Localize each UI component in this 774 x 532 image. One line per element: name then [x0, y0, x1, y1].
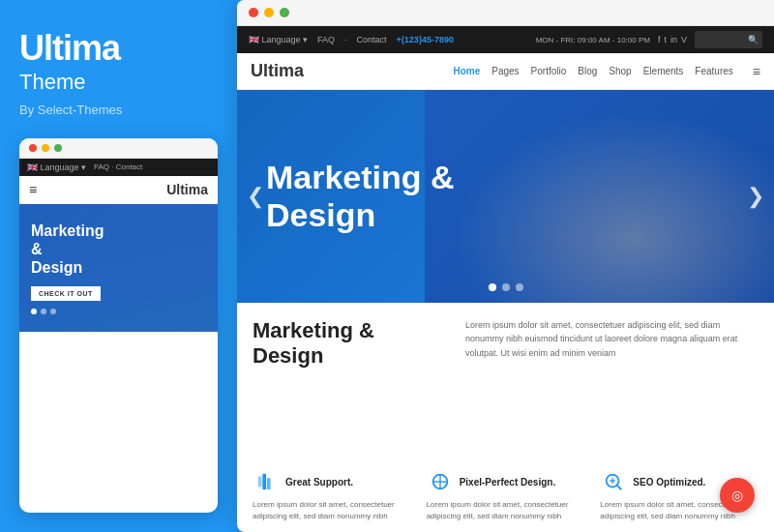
mobile-topbar: 🇬🇧 Language ▾ FAQ · Contact [19, 159, 218, 176]
brand-author: By Select-Themes [19, 103, 218, 117]
twitter-icon[interactable]: t [664, 35, 667, 44]
mobile-hero-dot-3[interactable] [50, 309, 56, 314]
nav-hamburger-icon[interactable]: ≡ [753, 64, 760, 79]
desktop-content: Marketing &Design Lorem ipsum dolor sit … [237, 303, 774, 468]
content-description: Lorem ipsum dolor sit amet, consectetuer… [465, 318, 759, 360]
feature-support-desc: Lorem ipsum dolor sit amet, consectetuer… [253, 499, 411, 522]
linkedin-icon[interactable]: in [670, 35, 677, 44]
mobile-hero: Marketing&Design CHECK IT OUT [19, 204, 218, 333]
feature-design: Pixel-Perfect Design. Lorem ipsum dolor … [427, 468, 585, 522]
topbar-separator: · [344, 35, 347, 44]
topbar-faq[interactable]: FAQ [317, 35, 335, 44]
desktop-hero: Marketing &Design ❮ ❯ [237, 90, 774, 303]
hero-bottom-dot-1[interactable] [489, 283, 496, 291]
topbar-right: MON - FRI: 09:00 AM - 10:00 PM f t in V … [536, 31, 762, 48]
nav-link-shop[interactable]: Shop [609, 66, 631, 76]
hero-bottom-dot-3[interactable] [516, 283, 523, 291]
hero-content: Marketing &Design [237, 159, 484, 234]
mobile-hero-title: Marketing&Design [31, 222, 206, 278]
mobile-dots-bar [19, 138, 218, 159]
mobile-nav: ≡ Ultima [19, 176, 218, 204]
mobile-hero-dot-1[interactable] [31, 309, 37, 314]
svg-rect-1 [262, 474, 266, 490]
mobile-hero-dots [31, 309, 206, 314]
hero-prev-arrow[interactable]: ❮ [247, 184, 264, 209]
nav-link-blog[interactable]: Blog [578, 66, 597, 76]
mobile-topbar-links: FAQ · Contact [94, 163, 142, 171]
topbar-search-box[interactable]: 🔍 [695, 31, 762, 48]
mobile-nav-logo: Ultima [166, 182, 208, 197]
feature-support: Great Support. Lorem ipsum dolor sit ame… [253, 468, 411, 522]
desktop-nav-links: Home Pages Portfolio Blog Shop Elements … [453, 64, 760, 79]
fab-button[interactable]: ◎ [720, 478, 755, 513]
topbar-hours: MON - FRI: 09:00 AM - 10:00 PM [536, 36, 650, 44]
svg-rect-2 [267, 478, 271, 489]
nav-link-features[interactable]: Features [695, 66, 732, 76]
desktop-topbar: 🇬🇧 Language ▾ FAQ · Contact +(123)45-789… [237, 26, 774, 53]
hero-title: Marketing &Design [266, 159, 455, 234]
desktop-nav: Ultima Home Pages Portfolio Blog Shop El… [237, 53, 774, 90]
mobile-dot-yellow [42, 144, 49, 152]
search-icon: 🔍 [748, 35, 759, 44]
mobile-preview-card: 🇬🇧 Language ▾ FAQ · Contact ≡ Ultima Mar… [19, 138, 218, 513]
nav-link-portfolio[interactable]: Portfolio [531, 66, 567, 76]
content-right: Lorem ipsum dolor sit amet, consectetuer… [465, 318, 759, 458]
fab-icon: ◎ [731, 488, 743, 503]
feature-seo-title: SEO Optimized. [633, 477, 705, 488]
hero-next-arrow[interactable]: ❯ [747, 184, 764, 209]
mobile-hamburger-icon[interactable]: ≡ [29, 182, 37, 197]
svg-rect-0 [258, 477, 262, 488]
seo-icon [600, 468, 627, 495]
mobile-dot-green [54, 144, 62, 152]
mobile-hero-dot-2[interactable] [41, 309, 46, 314]
feature-design-desc: Lorem ipsum dolor sit amet, consectetuer… [427, 499, 585, 522]
feature-design-header: Pixel-Perfect Design. [427, 468, 585, 495]
topbar-left: 🇬🇧 Language ▾ FAQ · Contact +(123)45-789… [249, 35, 454, 44]
nav-link-home[interactable]: Home [453, 66, 480, 76]
svg-line-7 [617, 486, 622, 490]
desktop-dot-red [249, 8, 258, 17]
mobile-dot-red [29, 144, 37, 152]
desktop-dot-yellow [264, 8, 274, 17]
design-icon [427, 468, 454, 495]
topbar-flag[interactable]: 🇬🇧 Language ▾ [249, 35, 308, 44]
brand-subtitle: Theme [19, 70, 218, 95]
mobile-topbar-flag: 🇬🇧 Language ▾ [27, 163, 86, 172]
support-icon [253, 468, 280, 495]
content-left: Marketing &Design [253, 318, 446, 458]
desktop-dots-bar [237, 0, 774, 26]
content-main-title: Marketing &Design [253, 318, 446, 369]
left-panel: Ultima Theme By Select-Themes 🇬🇧 Languag… [0, 0, 237, 532]
desktop-nav-logo[interactable]: Ultima [251, 61, 304, 81]
vine-icon[interactable]: V [681, 35, 687, 44]
feature-design-title: Pixel-Perfect Design. [460, 477, 555, 488]
topbar-contact[interactable]: Contact [357, 35, 387, 44]
hero-bottom-dots [489, 283, 523, 291]
topbar-social: f t in V [658, 35, 687, 44]
topbar-phone[interactable]: +(123)45-7890 [397, 35, 454, 44]
feature-support-header: Great Support. [253, 468, 411, 495]
hero-bottom-dot-2[interactable] [502, 283, 510, 291]
desktop-dot-green [280, 8, 289, 17]
facebook-icon[interactable]: f [658, 35, 661, 44]
features-row: Great Support. Lorem ipsum dolor sit ame… [237, 468, 774, 532]
nav-link-elements[interactable]: Elements [643, 66, 684, 76]
brand-title: Ultima [19, 29, 218, 68]
nav-link-pages[interactable]: Pages [491, 66, 519, 76]
mobile-hero-button[interactable]: CHECK IT OUT [31, 286, 101, 301]
right-panel: 🇬🇧 Language ▾ FAQ · Contact +(123)45-789… [237, 0, 774, 532]
feature-support-title: Great Support. [285, 477, 353, 488]
